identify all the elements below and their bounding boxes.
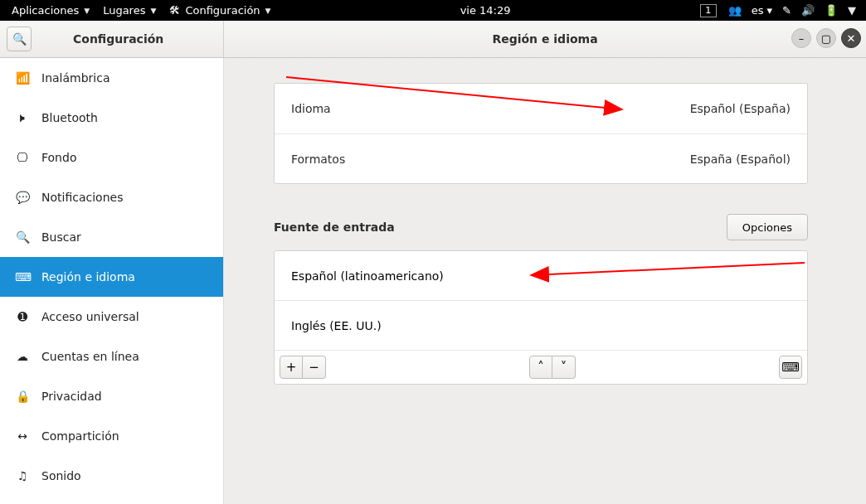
keyboard-lang-indicator[interactable]: es ▾ [752, 4, 772, 17]
menu-places-label: Lugares [103, 4, 145, 17]
cloud-icon: ☁ [15, 350, 30, 363]
input-source-title: Fuente de entrada [274, 220, 395, 234]
os-top-bar: Aplicaciones ▼ Lugares ▼ 🛠 Configuración… [0, 0, 866, 21]
move-up-button[interactable]: ˄ [529, 356, 552, 379]
keyboard-layout-button[interactable]: ⌨ [779, 356, 802, 379]
window-headerbar: 🔍 Configuración Región e idioma – ▢ ✕ [0, 21, 866, 58]
sidebar-item-label: Región e idioma [41, 270, 135, 284]
sound-icon: ♫ [15, 469, 30, 482]
maximize-button[interactable]: ▢ [816, 28, 836, 48]
workspace-indicator[interactable]: 1 [700, 4, 717, 17]
move-down-button[interactable]: ˅ [552, 356, 576, 379]
app-title: Configuración [73, 32, 163, 46]
system-tray: 👥 es ▾ ✎ 🔊 🔋 ▼ [723, 4, 861, 17]
input-sources-toolbar: + − ˄ ˅ ⌨ [275, 351, 807, 384]
sidebar-item-label: Cuentas en línea [41, 350, 139, 363]
row-formats[interactable]: Formatos España (Español) [275, 133, 807, 183]
sidebar-item-label: Acceso universal [41, 310, 139, 323]
sidebar-item-sharing[interactable]: ↔Compartición [0, 416, 223, 456]
sidebar-item-universal-access[interactable]: ➊Acceso universal [0, 297, 223, 337]
minimize-button[interactable]: – [791, 28, 811, 48]
color-picker-icon[interactable]: ✎ [782, 4, 791, 17]
share-icon: ↔ [15, 429, 30, 443]
input-source-header: Fuente de entrada Opciones [274, 214, 808, 240]
input-source-row[interactable]: Inglés (EE. UU.) [275, 301, 807, 351]
accessibility-icon: ➊ [15, 310, 30, 323]
search-button[interactable]: 🔍 [7, 27, 32, 51]
lock-icon: 🔒 [15, 390, 30, 403]
sidebar-item-label: Inalámbrica [41, 71, 110, 85]
row-label: Formatos [291, 153, 345, 166]
page-title: Región e idioma [224, 32, 866, 46]
sidebar-item-bluetooth[interactable]: 🕨Bluetooth [0, 98, 223, 138]
notifications-icon: 💬 [15, 191, 30, 204]
sidebar-item-sound[interactable]: ♫Sonido [0, 456, 223, 496]
sidebar-item-online-accounts[interactable]: ☁Cuentas en línea [0, 337, 223, 376]
sidebar-item-wireless[interactable]: 📶Inalámbrica [0, 58, 223, 98]
search-icon: 🔍 [15, 230, 30, 244]
sidebar-item-search[interactable]: 🔍Buscar [0, 217, 223, 257]
monitor-icon: 🖵 [15, 151, 30, 164]
settings-sidebar: 📶Inalámbrica 🕨Bluetooth 🖵Fondo 💬Notifica… [0, 58, 224, 504]
headerbar-left: 🔍 Configuración [0, 21, 224, 57]
sidebar-item-label: Buscar [41, 230, 81, 244]
sidebar-item-notifications[interactable]: 💬Notificaciones [0, 177, 223, 217]
add-button[interactable]: + [280, 356, 303, 379]
options-button[interactable]: Opciones [727, 214, 808, 240]
language-formats-panel: Idioma Español (España) Formatos España … [274, 83, 808, 184]
sidebar-item-region-language[interactable]: ⌨Región e idioma [0, 257, 223, 297]
input-source-row[interactable]: Español (latinoamericano) [275, 251, 807, 301]
sidebar-item-label: Fondo [41, 151, 76, 164]
bluetooth-icon: 🕨 [15, 111, 30, 124]
caret-down-icon: ▼ [84, 7, 90, 15]
input-sources-panel: Español (latinoamericano) Inglés (EE. UU… [274, 250, 808, 385]
clock[interactable]: vie 14:29 [452, 4, 519, 17]
menu-apps[interactable]: Aplicaciones ▼ [5, 0, 96, 21]
caret-down-icon: ▼ [265, 7, 271, 15]
sidebar-item-label: Sonido [41, 469, 81, 482]
volume-icon[interactable]: 🔊 [801, 4, 815, 17]
sidebar-item-background[interactable]: 🖵Fondo [0, 138, 223, 177]
row-value: España (Español) [690, 153, 791, 166]
content-area: Idioma Español (España) Formatos España … [224, 58, 866, 504]
battery-icon[interactable]: 🔋 [825, 4, 838, 17]
users-icon[interactable]: 👥 [728, 4, 742, 17]
sidebar-item-label: Privacidad [41, 390, 102, 403]
caret-down-icon[interactable]: ▼ [848, 4, 856, 17]
window-controls: – ▢ ✕ [791, 28, 861, 48]
menu-apps-label: Aplicaciones [12, 4, 79, 17]
menu-places[interactable]: Lugares ▼ [96, 0, 163, 21]
sidebar-item-label: Compartición [41, 429, 119, 443]
remove-button[interactable]: − [303, 356, 326, 379]
sidebar-item-privacy[interactable]: 🔒Privacidad [0, 376, 223, 416]
row-label: Idioma [291, 102, 331, 115]
close-button[interactable]: ✕ [841, 28, 861, 48]
search-icon: 🔍 [12, 32, 27, 46]
row-language[interactable]: Idioma Español (España) [275, 84, 807, 133]
menu-config[interactable]: 🛠 Configuración ▼ [163, 0, 277, 21]
tools-icon: 🛠 [169, 4, 180, 17]
caret-down-icon: ▼ [150, 7, 156, 15]
input-source-label: Español (latinoamericano) [291, 269, 444, 283]
sidebar-item-label: Bluetooth [41, 111, 98, 124]
row-value: Español (España) [690, 102, 791, 115]
region-icon: ⌨ [15, 270, 30, 284]
input-source-label: Inglés (EE. UU.) [291, 319, 382, 332]
wifi-icon: 📶 [15, 71, 30, 85]
menu-config-label: Configuración [185, 4, 260, 17]
sidebar-item-label: Notificaciones [41, 191, 123, 204]
